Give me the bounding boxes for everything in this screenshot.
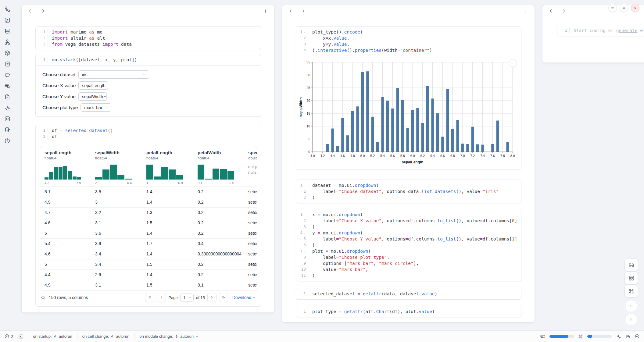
sidebar-tracing-icon[interactable] (3, 104, 12, 112)
sidebar-logs-icon[interactable] (3, 60, 12, 68)
fold-chevron-icon[interactable] (303, 213, 306, 216)
cell-plot[interactable]: 1plot_type().encode(2 x=x.value,3 y=y.va… (296, 26, 521, 170)
chevron-down-icon (142, 73, 146, 77)
dropdown-select[interactable]: mark_bar (80, 103, 111, 112)
line-number: 3 (296, 194, 308, 201)
error-indicator[interactable]: 0 (4, 334, 13, 339)
search-icon[interactable] (41, 295, 46, 300)
column-header-species[interactable]: speciesobjectunique:nulls: (248, 150, 257, 175)
last-page-button[interactable]: » (219, 293, 228, 302)
cell-vstack[interactable]: 1mo.vstack([dataset, x, y, plot]) Choose… (35, 54, 261, 117)
chevron-right-icon[interactable] (301, 9, 306, 13)
sidebar-function-square-icon[interactable] (3, 16, 12, 24)
code-editor[interactable]: 1plot_type().encode(2 x=x.value,3 y=y.va… (296, 27, 521, 56)
dropdown-select[interactable]: sepalLength (78, 81, 108, 90)
sidebar-output-console-icon[interactable] (3, 115, 12, 123)
interrupt-button[interactable] (625, 300, 637, 312)
table-cell: setosa (248, 197, 257, 207)
chevron-right-icon[interactable] (41, 9, 45, 13)
code-placeholder[interactable]: Start coding or generate with (570, 27, 644, 34)
download-button[interactable]: Download (232, 295, 256, 300)
shutdown-button[interactable] (631, 4, 639, 12)
cell-dataset-dropdown[interactable]: 1dataset = mo.ui.dropdown(2 label="Choos… (296, 180, 521, 203)
layout-toggle-button[interactable] (624, 272, 638, 284)
column-header-sepalLength[interactable]: sepalLengthfloat644.37.9 (45, 150, 91, 185)
line-number: 2 (36, 134, 48, 140)
next-page-button[interactable]: › (207, 293, 216, 302)
sidebar-package-icon[interactable] (3, 49, 12, 57)
prev-page-button[interactable]: ‹ (157, 293, 166, 302)
page-select[interactable]: 1 (180, 294, 194, 301)
table-cell: 1.4 (146, 270, 195, 280)
sidebar-doc-search-icon[interactable] (3, 82, 12, 90)
column-header-petalWidth[interactable]: petalWidthfloat640.12.5 (198, 150, 244, 185)
chevron-left-icon[interactable] (288, 9, 293, 13)
runtime-config[interactable]: on cell change:autorun (77, 333, 134, 340)
line-number: 1 (557, 27, 570, 34)
panel-header (542, 5, 644, 17)
sidebar-chat-bot-icon[interactable] (3, 71, 12, 79)
dropdown-select[interactable]: sepalWidth (78, 92, 107, 101)
dropdown-select[interactable]: iris (78, 70, 149, 79)
fold-chevron-icon[interactable] (303, 31, 306, 34)
save-notebook-button[interactable] (624, 258, 638, 271)
cell-selected-dataset[interactable]: 1selected_dataset = getattr(data, datase… (296, 288, 521, 300)
runtime-config[interactable]: on startup:autorun (28, 333, 77, 340)
code-editor[interactable]: 1plot_type = getattr(alt.Chart(df), plot… (296, 306, 521, 317)
cell-xyplot-dropdowns[interactable]: 1x = mo.ui.dropdown(2 label="Choose X va… (296, 209, 521, 281)
table-cell: 1.7 (146, 239, 195, 249)
sidebar-scratchpad-icon[interactable] (3, 126, 12, 134)
chevron-left-icon[interactable] (549, 9, 553, 13)
line-number: 3 (36, 41, 48, 47)
sidebar-file-tree-icon[interactable] (3, 5, 12, 13)
add-cell-button[interactable] (523, 9, 528, 14)
column-header-petalLength[interactable]: petalLengthfloat6416.9 (146, 150, 193, 185)
fold-chevron-icon[interactable] (303, 232, 306, 234)
code-editor[interactable]: 1import marimo as mo2import altair as al… (36, 27, 261, 50)
svg-text:7.8: 7.8 (500, 154, 505, 158)
notebook-menu-button[interactable] (608, 4, 617, 12)
code-editor[interactable]: 1mo.vstack([dataset, x, y, plot]) (36, 54, 261, 65)
copilot-icon[interactable] (625, 334, 631, 339)
table-row: 53.61.40.2setosa (40, 228, 257, 238)
code-editor[interactable]: 1dataset = mo.ui.dropdown(2 label="Choos… (296, 180, 521, 203)
table-summary: 150 rows, 5 columns (49, 295, 88, 300)
table-row: 4.73.21.30.2setosa (40, 207, 257, 218)
svg-text:4.2: 4.2 (320, 154, 325, 158)
chevron-left-icon[interactable] (28, 9, 33, 13)
chart-actions-button[interactable] (509, 59, 517, 67)
dropdown-label: Choose X value (42, 83, 76, 88)
chevron-right-icon[interactable] (561, 9, 566, 13)
sidebar-database-icon[interactable] (3, 27, 12, 35)
page-count-label: of 15 (196, 295, 205, 300)
add-cell-button[interactable] (263, 9, 268, 14)
cell-imports[interactable]: 1import marimo as mo2import altair as al… (35, 26, 261, 50)
fold-chevron-icon[interactable] (303, 184, 306, 187)
sidebar-dependency-graph-icon[interactable] (3, 38, 12, 46)
table-cell: 1.5 (146, 280, 195, 290)
table-cell: 3.2 (95, 208, 143, 218)
cell-dataframe[interactable]: 1df = selected_dataset()2df sepalLengthf… (35, 125, 261, 307)
activity-sidebar (0, 0, 14, 330)
dropdown-label: Choose Y value (42, 94, 76, 99)
code-editor[interactable]: 1selected_dataset = getattr(data, datase… (296, 288, 521, 299)
column-header-sepalWidth[interactable]: sepalWidthfloat6424.4 (95, 150, 141, 185)
code-editor[interactable]: 1df = selected_dataset()2df (36, 125, 261, 142)
settings-button[interactable] (620, 4, 628, 12)
keyboard-shortcuts-button[interactable] (624, 285, 638, 297)
cell-empty-scratch[interactable]: 1 Start coding or generate with (557, 25, 644, 36)
runtime-config[interactable]: on module change:autorun (134, 333, 204, 340)
sidebar-help-icon[interactable] (3, 137, 12, 145)
table-body: 5.13.51.40.2setosa4.931.40.2setosa4.73.2… (40, 187, 257, 290)
run-all-button[interactable] (625, 313, 637, 326)
fold-chevron-icon[interactable] (303, 250, 306, 253)
first-page-button[interactable]: « (145, 293, 154, 302)
code-editor[interactable]: 1x = mo.ui.dropdown(2 label="Choose X va… (296, 209, 521, 281)
generate-with-ai-link[interactable]: generate (616, 28, 638, 33)
line-number: 4 (296, 47, 308, 53)
terminal-button[interactable] (18, 334, 24, 339)
zap-icon (53, 334, 57, 338)
ai-assistant-icon[interactable] (616, 334, 621, 339)
cell-plot-type[interactable]: 1plot_type = getattr(alt.Chart(df), plot… (296, 306, 521, 317)
sidebar-snippets-icon[interactable] (3, 93, 12, 101)
